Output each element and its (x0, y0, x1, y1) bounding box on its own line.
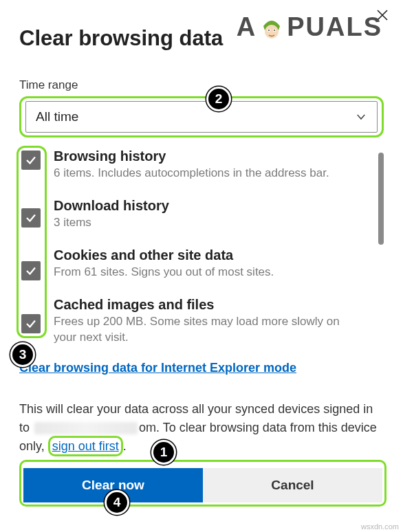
checkbox-download-history[interactable] (21, 208, 41, 228)
checkbox-cached-files[interactable] (21, 314, 41, 333)
checkbox-cookies[interactable] (21, 261, 41, 280)
checkbox-browsing-history[interactable] (21, 151, 41, 170)
checkmark-icon (25, 212, 37, 224)
logo-mascot-icon (258, 14, 285, 41)
svg-point-4 (274, 30, 275, 31)
time-range-select[interactable]: All time (25, 101, 378, 133)
annotation-highlight-4: Clear now Cancel (19, 460, 386, 507)
logo-text-puals: PUALS (287, 12, 382, 42)
scrollbar-thumb[interactable] (378, 153, 384, 245)
redacted-email (34, 422, 138, 434)
option-title: Cached images and files (54, 297, 363, 313)
clear-ie-data-link[interactable]: Clear browsing data for Internet Explore… (19, 361, 296, 375)
time-range-value: All time (36, 109, 78, 124)
option-desc: Frees up 200 MB. Some sites may load mor… (54, 314, 363, 346)
chevron-down-icon (355, 111, 367, 123)
checkmark-icon (25, 154, 37, 166)
cancel-button[interactable]: Cancel (203, 468, 382, 502)
option-cookies: Cookies and other site data From 61 site… (54, 247, 363, 280)
sign-out-link[interactable]: sign out first (52, 439, 119, 453)
option-title: Download history (54, 198, 363, 214)
data-types-list: 3 Browsing history 6 items. Includes aut… (19, 148, 384, 346)
annotation-badge-3: 3 (10, 342, 35, 367)
option-desc: 3 items (54, 215, 363, 231)
watermark-text: wsxdn.com (361, 522, 399, 531)
time-range-label: Time range (19, 78, 384, 92)
option-title: Cookies and other site data (54, 247, 363, 263)
clear-browsing-data-dialog: A PUALS Clear browsing data Time range A… (0, 0, 403, 507)
option-cached-files: Cached images and files Frees up 200 MB.… (54, 297, 363, 346)
annotation-badge-1: 1 (151, 440, 176, 465)
annotation-badge-4: 4 (105, 490, 129, 515)
annotation-highlight-1: sign out first (48, 436, 123, 456)
option-download-history: Download history 3 items (54, 198, 363, 231)
option-title: Browsing history (54, 148, 363, 164)
appuals-logo: A PUALS (237, 12, 382, 42)
sync-info-text: This will clear your data across all you… (19, 400, 384, 456)
option-browsing-history: Browsing history 6 items. Includes autoc… (54, 148, 363, 181)
logo-letter-a: A (237, 12, 257, 42)
svg-point-3 (268, 30, 270, 31)
option-desc: 6 items. Includes autocompletions in the… (54, 166, 363, 181)
annotation-highlight-2: All time (19, 96, 384, 137)
annotation-badge-2: 2 (206, 87, 231, 111)
annotation-highlight-3 (17, 146, 47, 338)
option-desc: From 61 sites. Signs you out of most sit… (54, 265, 363, 280)
checkmark-icon (25, 318, 37, 330)
checkmark-icon (25, 265, 37, 277)
